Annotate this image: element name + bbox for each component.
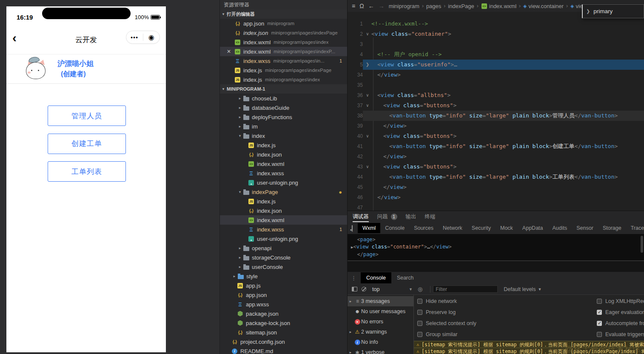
devtools-tab-Network[interactable]: Network bbox=[438, 223, 467, 233]
devtools-tab-Sources[interactable]: Sources bbox=[409, 223, 438, 233]
clear-console-icon[interactable] bbox=[362, 287, 366, 291]
wxml-node[interactable]: <page> bbox=[351, 236, 644, 243]
popup-item-primary[interactable]: primary bbox=[593, 8, 613, 14]
tree-item-userConsole[interactable]: ▸userConsole bbox=[220, 262, 347, 271]
tree-item-README.md[interactable]: iREADME.md bbox=[220, 346, 347, 354]
tree-item-app.wxss[interactable]: Ξapp.wxss bbox=[220, 300, 347, 309]
mini-button-创建工单[interactable]: 创建工单 bbox=[48, 134, 126, 154]
mini-button-管理人员[interactable]: 管理人员 bbox=[48, 106, 126, 126]
console-option-Selected-context-only[interactable]: Selected context only bbox=[417, 320, 476, 326]
devtools-tab-Trace[interactable]: Trace bbox=[626, 223, 644, 233]
open-editor-item[interactable]: JSindex.jsminiprogram\pages\indexPage bbox=[220, 66, 347, 75]
console-filter-3-messages[interactable]: ▸≡3 messages bbox=[348, 296, 414, 306]
tree-item-style[interactable]: ▸style bbox=[220, 271, 347, 281]
project-root-header[interactable]: ▾ MINIPROGRAM-1 bbox=[220, 84, 347, 94]
tree-item-index.wxss[interactable]: Ξindex.wxss1 bbox=[220, 225, 347, 234]
menu-icon[interactable]: ≡ bbox=[352, 3, 355, 9]
debugger-tab-输出[interactable]: 输出 bbox=[406, 211, 416, 222]
code-line-37[interactable]: 37∨<view class="buttons"> bbox=[348, 100, 644, 111]
console-option-Evaluate-triggers-u[interactable]: Evaluate triggers u bbox=[597, 331, 644, 337]
tree-item-storageConsole[interactable]: ▸storageConsole bbox=[220, 253, 347, 262]
tree-item-databaseGuide[interactable]: ▸databaseGuide bbox=[220, 103, 347, 112]
console-filter-No-info[interactable]: iNo info bbox=[348, 337, 414, 347]
code-line-41[interactable]: 41<van-button type="info" size="large" p… bbox=[348, 141, 644, 151]
tree-item-index.js[interactable]: JSindex.js bbox=[220, 197, 347, 206]
tree-item-indexPage[interactable]: ▾indexPage● bbox=[220, 187, 347, 197]
devtools-tab-Storage[interactable]: Storage bbox=[598, 223, 626, 233]
code-line-3[interactable]: 3 bbox=[348, 39, 644, 49]
devtools-tab-Sensor[interactable]: Sensor bbox=[572, 223, 598, 233]
code-line-38[interactable]: 38<van-button type="info" size="large" p… bbox=[348, 111, 644, 121]
console-filter-No-errors[interactable]: ✕No errors bbox=[348, 317, 414, 327]
console-filter-No-user-messages[interactable]: ☻No user messages bbox=[348, 306, 414, 317]
console-filter-2-warnings[interactable]: ▸⚠2 warnings bbox=[348, 327, 414, 337]
console-tab-Search[interactable]: Search bbox=[391, 272, 419, 283]
tree-item-index.wxml[interactable]: <>index.wxml bbox=[220, 159, 347, 168]
devtools-tab-AppData[interactable]: AppData bbox=[518, 223, 548, 233]
breadcrumb-item-pages[interactable]: pages bbox=[426, 3, 441, 9]
tree-item-app.json[interactable]: {..}app.json bbox=[220, 290, 347, 300]
open-editors-header[interactable]: ▾ 打开的编辑器 bbox=[220, 9, 347, 19]
debugger-tab-终端[interactable]: 终端 bbox=[425, 211, 436, 222]
code-line-2[interactable]: 2∨<view class="container"> bbox=[348, 29, 644, 39]
devtools-tab-Audits[interactable]: Audits bbox=[548, 223, 572, 233]
tree-item-index.wxml[interactable]: <>index.wxml bbox=[220, 215, 347, 225]
open-editor-item[interactable]: {..}app.jsonminiprogram bbox=[220, 19, 347, 28]
code-line-35[interactable]: 35 bbox=[348, 80, 644, 90]
tree-item-package-lock.json[interactable]: package-lock.json bbox=[220, 318, 347, 328]
code-line-40[interactable]: 40∨<view class="buttons"> bbox=[348, 131, 644, 141]
console-warning-row[interactable]: ⚠[sitemap 索引情况提示] 根据 sitemap 的规则[0]，当前页面… bbox=[414, 348, 644, 354]
open-editor-item[interactable]: <>index.wxmlminiprogram\pages\index bbox=[220, 37, 347, 47]
live-expression-icon[interactable]: ◎ bbox=[418, 286, 422, 292]
tree-item-index.wxss[interactable]: Ξindex.wxss bbox=[220, 168, 347, 178]
breadcrumb-item-index.wxml[interactable]: <>index.wxml bbox=[481, 3, 516, 9]
code-line-44[interactable]: 44<van-button type="info" size="large" p… bbox=[348, 172, 644, 182]
tree-item-project.config.json[interactable]: {..}project.config.json bbox=[220, 337, 347, 346]
code-line-45[interactable]: 45</view> bbox=[348, 182, 644, 192]
code-line-47[interactable]: 47 bbox=[348, 203, 644, 211]
console-option-Eager-evaluation[interactable]: Eager evaluation bbox=[597, 309, 644, 315]
nav-forward-icon[interactable]: → bbox=[379, 3, 385, 9]
breadcrumb-item-miniprogram[interactable]: miniprogram bbox=[389, 3, 419, 9]
console-tab-Console[interactable]: Console bbox=[361, 272, 391, 283]
code-line-4[interactable]: 4<!-- 用户 openid --> bbox=[348, 49, 644, 60]
devtools-tab-Console[interactable]: Console bbox=[380, 223, 409, 233]
code-line-42[interactable]: 42</view> bbox=[348, 151, 644, 162]
devtools-tab-Mock[interactable]: Mock bbox=[496, 223, 518, 233]
tree-item-deployFunctions[interactable]: ▸deployFunctions bbox=[220, 112, 347, 122]
devtools-tab-Wxml[interactable]: Wxml bbox=[358, 223, 380, 233]
tree-item-index.json[interactable]: {..}index.json bbox=[220, 150, 347, 159]
code-line-46[interactable]: 46</view> bbox=[348, 192, 644, 203]
open-editor-item[interactable]: {..}index.jsonminiprogram\pages\indexPag… bbox=[220, 28, 347, 37]
console-option-Preserve-log[interactable]: Preserve log bbox=[417, 309, 456, 315]
code-line-5[interactable]: 5❯<view class="userinfo">… bbox=[348, 60, 644, 70]
nav-back-icon[interactable]: ← bbox=[368, 3, 374, 9]
code-line-39[interactable]: 39</view> bbox=[348, 121, 644, 131]
tree-item-im[interactable]: ▸im bbox=[220, 122, 347, 131]
tree-item-user-unlogin.png[interactable]: ▴user-unlogin.png bbox=[220, 178, 347, 187]
code-line-34[interactable]: 34</view> bbox=[348, 70, 644, 80]
bookmark-icon[interactable]: Ω bbox=[359, 3, 364, 9]
code-line-36[interactable]: 36∨<view class="allbtns"> bbox=[348, 90, 644, 100]
kebab-menu-icon[interactable]: ⋮ bbox=[351, 275, 356, 281]
console-option-Autocomplete-fro[interactable]: Autocomplete fro bbox=[597, 320, 644, 326]
tree-item-chooseLib[interactable]: ▸chooseLib bbox=[220, 94, 347, 103]
log-levels-dropdown[interactable]: Default levels ▼ bbox=[504, 286, 541, 292]
tree-item-sitemap.json[interactable]: {..}sitemap.json bbox=[220, 328, 347, 337]
open-editor-item[interactable]: JSindex.jsminiprogram\pages\index bbox=[220, 75, 347, 84]
breadcrumb-symbol-popup[interactable]: ❯ primary bbox=[582, 4, 644, 18]
context-selector[interactable]: top ▼ bbox=[372, 286, 413, 292]
filter-input[interactable] bbox=[433, 285, 498, 293]
open-editor-item[interactable]: ✕<>index.wxmlminiprogram\pages\indexP... bbox=[220, 47, 347, 56]
tree-item-index.js[interactable]: JSindex.js bbox=[220, 140, 347, 150]
tree-item-index.json[interactable]: {..}index.json bbox=[220, 206, 347, 215]
tree-item-app.js[interactable]: JSapp.js bbox=[220, 281, 347, 290]
wxml-node[interactable]: ▶<view class="container">…</view> bbox=[351, 243, 644, 251]
breadcrumb-item-view.container[interactable]: ◈view.container bbox=[523, 3, 564, 9]
wxml-node[interactable]: </page> bbox=[351, 251, 644, 258]
breadcrumb-item-indexPage[interactable]: indexPage bbox=[448, 3, 474, 9]
tree-item-index[interactable]: ▾index bbox=[220, 131, 347, 140]
scrollbar[interactable] bbox=[641, 236, 643, 253]
code-line-43[interactable]: 43∨<view class="buttons"> bbox=[348, 162, 644, 172]
more-menu-button[interactable]: ••• bbox=[126, 34, 143, 40]
